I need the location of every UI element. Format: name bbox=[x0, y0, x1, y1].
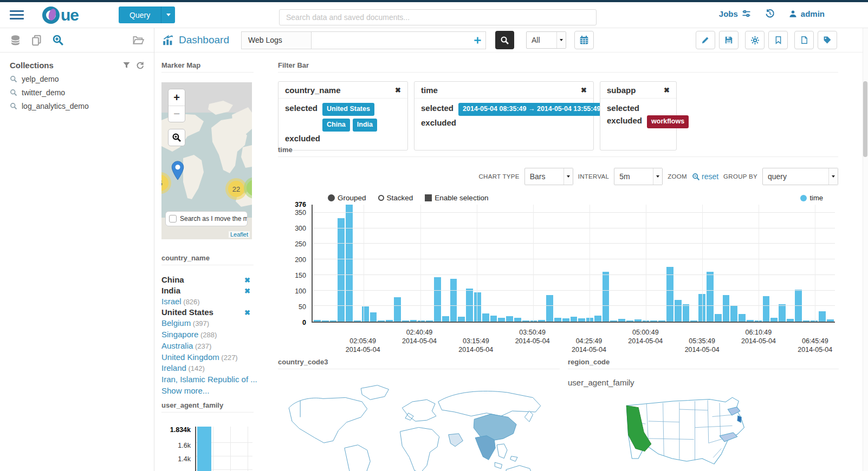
filter-value-pill[interactable]: India bbox=[353, 119, 377, 132]
filter-value-pill[interactable]: China bbox=[322, 119, 350, 132]
time-bar[interactable] bbox=[770, 318, 778, 322]
series-legend[interactable]: time bbox=[800, 194, 823, 202]
time-bar[interactable] bbox=[723, 295, 730, 322]
user-menu[interactable]: admin bbox=[789, 9, 825, 18]
time-bar[interactable] bbox=[610, 320, 617, 322]
facet-label[interactable]: Israel bbox=[161, 297, 182, 306]
remove-facet-icon[interactable]: ✖ bbox=[244, 275, 250, 286]
time-bar[interactable] bbox=[378, 320, 385, 322]
filter-value-pill[interactable]: workflows bbox=[647, 115, 689, 128]
facet-item[interactable]: Australia (237) bbox=[161, 341, 254, 352]
facet-item[interactable]: United States✖ bbox=[161, 307, 254, 318]
us-choropleth-map[interactable] bbox=[601, 389, 786, 471]
time-bar[interactable] bbox=[354, 320, 361, 322]
time-bar[interactable] bbox=[603, 272, 610, 322]
facet-item[interactable]: India✖ bbox=[161, 285, 254, 296]
facet-label[interactable]: Belgium bbox=[161, 318, 191, 328]
tags-button[interactable] bbox=[818, 31, 837, 49]
facet-label[interactable]: Iran, Islamic Republic of ... bbox=[161, 375, 257, 384]
time-bar[interactable] bbox=[747, 320, 754, 322]
time-bar[interactable] bbox=[538, 320, 545, 322]
time-bar[interactable] bbox=[450, 279, 457, 322]
query-dropdown-caret[interactable] bbox=[161, 6, 175, 23]
time-bar[interactable] bbox=[498, 318, 505, 322]
facet-label[interactable]: India bbox=[161, 286, 180, 295]
map-marker-pin[interactable] bbox=[171, 161, 184, 180]
leaflet-attribution[interactable]: Leaflet bbox=[229, 231, 250, 238]
time-bar[interactable] bbox=[562, 318, 569, 322]
database-icon[interactable] bbox=[10, 35, 21, 46]
time-bar[interactable] bbox=[338, 218, 345, 322]
checkbox[interactable] bbox=[169, 215, 177, 223]
collection-selector[interactable]: Web Logs bbox=[241, 31, 312, 49]
leaflet-map[interactable]: + − 5 22 2 bbox=[161, 82, 252, 239]
remove-filter-icon[interactable]: ✖ bbox=[664, 86, 670, 94]
settings-button[interactable] bbox=[745, 31, 765, 49]
collection-item[interactable]: twitter_demo bbox=[10, 88, 144, 97]
add-query-button[interactable] bbox=[469, 36, 485, 44]
time-bar[interactable] bbox=[442, 316, 449, 322]
time-bar[interactable] bbox=[370, 312, 377, 322]
time-bar[interactable] bbox=[650, 320, 657, 322]
filter-value-pill[interactable]: United States bbox=[322, 103, 374, 116]
remove-facet-icon[interactable]: ✖ bbox=[244, 308, 250, 318]
time-bar[interactable] bbox=[346, 205, 353, 322]
map-search-toggle[interactable]: Search as I move the map bbox=[165, 211, 248, 226]
remove-filter-icon[interactable]: ✖ bbox=[395, 86, 401, 94]
time-bar[interactable] bbox=[739, 314, 746, 322]
menu-icon[interactable] bbox=[10, 8, 24, 22]
time-bar[interactable] bbox=[827, 319, 834, 322]
hue-logo[interactable]: ue bbox=[41, 5, 79, 25]
time-bar[interactable] bbox=[779, 304, 786, 322]
facet-label[interactable]: United States bbox=[161, 308, 213, 317]
facet-item[interactable]: Belgium (397) bbox=[161, 318, 254, 329]
time-bar[interactable] bbox=[626, 320, 633, 322]
zoom-in-icon[interactable] bbox=[52, 34, 64, 46]
stacked-radio[interactable]: Stacked bbox=[378, 194, 413, 202]
grouped-radio[interactable]: Grouped bbox=[328, 194, 366, 202]
remove-facet-icon[interactable]: ✖ bbox=[244, 286, 250, 297]
user-agent-chart-plot[interactable] bbox=[195, 427, 252, 471]
time-bar[interactable] bbox=[362, 306, 369, 322]
history-button[interactable] bbox=[765, 9, 775, 18]
time-bar[interactable] bbox=[707, 272, 714, 322]
chart-type-select[interactable]: Bars bbox=[524, 168, 573, 185]
facet-label[interactable]: Ireland bbox=[161, 363, 186, 372]
time-bar[interactable] bbox=[418, 320, 425, 322]
time-bar[interactable] bbox=[755, 320, 762, 322]
time-bar[interactable] bbox=[811, 320, 818, 322]
time-bar[interactable] bbox=[322, 320, 329, 322]
facet-item[interactable]: United Kingdom (227) bbox=[161, 352, 254, 363]
time-bar[interactable] bbox=[554, 318, 561, 322]
time-bar[interactable] bbox=[506, 316, 513, 322]
user-agent-bar[interactable] bbox=[197, 427, 211, 471]
dashboard-search-input[interactable] bbox=[312, 32, 469, 49]
zoom-reset-link[interactable]: reset bbox=[692, 172, 718, 181]
map-magnify-button[interactable] bbox=[168, 129, 185, 146]
time-bar[interactable] bbox=[578, 318, 585, 322]
time-bar[interactable] bbox=[434, 277, 441, 322]
time-bar[interactable] bbox=[690, 320, 697, 322]
facet-item[interactable]: China✖ bbox=[161, 274, 254, 285]
group-by-select[interactable]: query bbox=[762, 168, 838, 185]
scrollbar-thumb[interactable] bbox=[863, 81, 867, 157]
time-bar[interactable] bbox=[675, 300, 682, 322]
facet-item[interactable]: Singapore (288) bbox=[161, 329, 254, 341]
save-dashboard-button[interactable] bbox=[719, 31, 739, 49]
time-bar[interactable] bbox=[466, 289, 473, 322]
time-bar[interactable] bbox=[410, 320, 417, 322]
scope-select[interactable]: All bbox=[526, 31, 566, 49]
time-bar[interactable] bbox=[819, 311, 826, 322]
time-bar[interactable] bbox=[330, 320, 337, 322]
map-zoom-out-button[interactable]: − bbox=[169, 106, 185, 122]
time-bar[interactable] bbox=[594, 316, 601, 322]
map-zoom-in-button[interactable]: + bbox=[169, 89, 185, 106]
facet-item[interactable]: Iran, Islamic Republic of ... bbox=[161, 374, 254, 385]
edit-dashboard-button[interactable] bbox=[696, 31, 715, 49]
time-bar[interactable] bbox=[546, 295, 553, 322]
facet-label[interactable]: United Kingdom bbox=[161, 352, 219, 362]
time-bar[interactable] bbox=[490, 316, 497, 322]
scrollbar-track[interactable] bbox=[863, 28, 868, 471]
time-bar[interactable] bbox=[803, 320, 810, 322]
collection-item[interactable]: log_analytics_demo bbox=[10, 102, 144, 110]
